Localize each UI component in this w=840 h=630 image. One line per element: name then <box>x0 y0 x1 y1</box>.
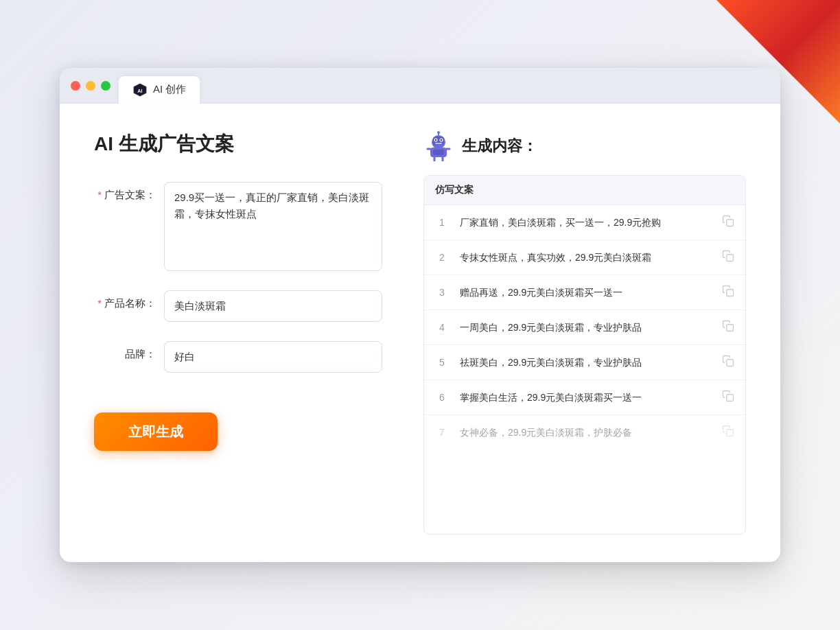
result-title: 生成内容： <box>462 136 537 156</box>
result-scroll-container: 1厂家直销，美白淡斑霜，买一送一，29.9元抢购2专抹女性斑点，真实功效，29.… <box>424 205 745 450</box>
browser-window: AI AI 创作 AI 生成广告文案 *广告文案： *产品名称： <box>60 68 780 562</box>
maximize-button[interactable] <box>101 81 110 91</box>
svg-rect-17 <box>727 220 734 226</box>
result-row: 1厂家直销，美白淡斑霜，买一送一，29.9元抢购 <box>424 205 745 240</box>
left-panel: AI 生成广告文案 *广告文案： *产品名称： 品牌： 立 <box>94 131 382 535</box>
row-index: 7 <box>435 427 449 438</box>
row-index: 2 <box>435 252 449 263</box>
result-row: 4一周美白，29.9元美白淡斑霜，专业护肤品 <box>424 310 745 345</box>
ad-copy-required-star: * <box>97 189 102 200</box>
close-button[interactable] <box>71 81 80 91</box>
row-index: 1 <box>435 217 449 228</box>
copy-icon[interactable] <box>722 320 734 335</box>
page-title: AI 生成广告文案 <box>94 131 382 157</box>
product-name-input[interactable] <box>164 290 382 322</box>
svg-rect-23 <box>727 430 734 436</box>
brand-label: 品牌： <box>94 341 156 361</box>
row-index: 6 <box>435 392 449 403</box>
main-content: AI 生成广告文案 *广告文案： *产品名称： 品牌： 立 <box>60 104 780 562</box>
svg-rect-8 <box>435 143 442 144</box>
svg-rect-18 <box>727 255 734 261</box>
generate-button[interactable]: 立即生成 <box>94 412 218 451</box>
title-bar: AI AI 创作 <box>60 68 780 104</box>
svg-rect-12 <box>433 150 444 155</box>
result-table: 仿写文案 1厂家直销，美白淡斑霜，买一送一，29.9元抢购2专抹女性斑点，真实功… <box>423 175 746 535</box>
svg-point-7 <box>441 139 442 141</box>
ad-copy-group: *广告文案： <box>94 182 382 271</box>
svg-point-10 <box>437 131 440 134</box>
brand-group: 品牌： <box>94 341 382 373</box>
svg-rect-20 <box>727 325 734 331</box>
traffic-lights <box>71 81 110 91</box>
table-column-header: 仿写文案 <box>424 176 745 205</box>
result-row: 6掌握美白生活，29.9元美白淡斑霜买一送一 <box>424 380 745 415</box>
copy-icon[interactable] <box>722 425 734 440</box>
ad-copy-input[interactable] <box>164 182 382 271</box>
product-name-label: *产品名称： <box>94 290 156 310</box>
ai-tab-icon: AI <box>132 82 148 97</box>
result-row: 2专抹女性斑点，真实功效，29.9元美白淡斑霜 <box>424 240 745 275</box>
svg-text:AI: AI <box>137 87 142 93</box>
result-row: 5祛斑美白，29.9元美白淡斑霜，专业护肤品 <box>424 345 745 380</box>
robot-icon <box>423 131 454 161</box>
row-index: 4 <box>435 322 449 333</box>
row-copy-text: 掌握美白生活，29.9元美白淡斑霜买一送一 <box>460 390 711 405</box>
result-row: 7女神必备，29.9元美白淡斑霜，护肤必备 <box>424 415 745 450</box>
copy-icon[interactable] <box>722 215 734 230</box>
row-copy-text: 赠品再送，29.9元美白淡斑霜买一送一 <box>460 285 711 300</box>
row-index: 5 <box>435 357 449 368</box>
right-panel: 生成内容： 仿写文案 1厂家直销，美白淡斑霜，买一送一，29.9元抢购2专抹女性… <box>423 131 746 535</box>
row-copy-text: 一周美白，29.9元美白淡斑霜，专业护肤品 <box>460 320 711 335</box>
tab-title-text: AI 创作 <box>153 83 186 96</box>
result-row: 3赠品再送，29.9元美白淡斑霜买一送一 <box>424 275 745 310</box>
row-copy-text: 专抹女性斑点，真实功效，29.9元美白淡斑霜 <box>460 250 711 265</box>
copy-icon[interactable] <box>722 390 734 405</box>
result-header: 生成内容： <box>423 131 746 161</box>
row-copy-text: 女神必备，29.9元美白淡斑霜，护肤必备 <box>460 425 711 440</box>
svg-rect-22 <box>727 395 734 401</box>
ad-copy-label: *广告文案： <box>94 182 156 202</box>
svg-rect-21 <box>727 360 734 366</box>
row-copy-text: 厂家直销，美白淡斑霜，买一送一，29.9元抢购 <box>460 215 711 230</box>
copy-icon[interactable] <box>722 285 734 300</box>
active-tab[interactable]: AI AI 创作 <box>119 76 200 104</box>
svg-point-6 <box>435 139 436 141</box>
product-required-star: * <box>97 297 102 309</box>
brand-input[interactable] <box>164 341 382 373</box>
row-copy-text: 祛斑美白，29.9元美白淡斑霜，专业护肤品 <box>460 355 711 370</box>
minimize-button[interactable] <box>86 81 95 91</box>
product-name-group: *产品名称： <box>94 290 382 322</box>
copy-icon[interactable] <box>722 355 734 370</box>
row-index: 3 <box>435 287 449 298</box>
svg-rect-19 <box>727 290 734 296</box>
copy-icon[interactable] <box>722 250 734 265</box>
